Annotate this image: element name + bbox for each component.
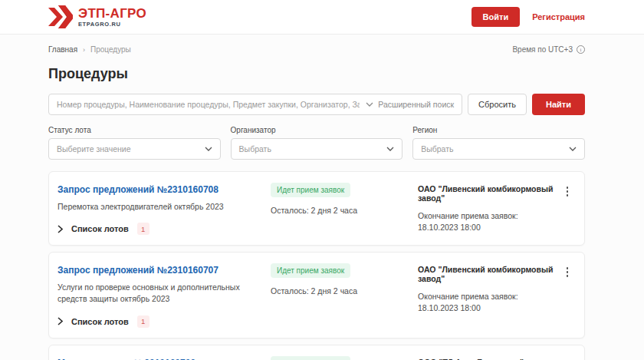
- chevron-down-icon: [386, 147, 394, 151]
- select-value: Выбрать: [239, 144, 271, 154]
- lots-label: Список лотов: [71, 224, 129, 233]
- time-left: Осталось: 2 дня 2 часа: [271, 206, 410, 215]
- filter-label: Статус лота: [48, 126, 221, 134]
- chevron-down-icon: [205, 147, 212, 151]
- top-header: ЭТП-АГРО ETPAGRO.RU Войти Регистрация: [0, 0, 644, 35]
- filter-organizer: Организатор Выбрать: [231, 126, 403, 160]
- filter-label: Регион: [412, 126, 585, 134]
- select-value: Выбрать: [421, 144, 453, 154]
- status-badge: Идет прием заявок: [271, 356, 350, 360]
- breadcrumb-separator: ›: [83, 46, 85, 54]
- procedures-list: Запрос предложений №2310160708 Перемотка…: [48, 171, 585, 360]
- organizer-select[interactable]: Выбрать: [231, 138, 403, 160]
- chevron-down-icon: [366, 102, 373, 107]
- deadline-label: Окончание приема заявок:: [418, 291, 554, 302]
- filter-label: Организатор: [231, 126, 403, 134]
- procedure-description: Услуги по проверке основных и дополнител…: [58, 282, 260, 305]
- search-box: Расширенный поиск: [48, 94, 462, 115]
- login-button[interactable]: Войти: [472, 7, 521, 27]
- filter-region: Регион Выбрать: [412, 126, 585, 160]
- logo-subtitle: ETPAGRO.RU: [78, 21, 146, 28]
- deadline-label: Окончание приема заявок:: [418, 210, 554, 222]
- procedure-card: Запрос предложений №2310160707 Услуги по…: [48, 252, 585, 338]
- procedure-description: Перемотка электродвигателей октябрь 2023: [58, 201, 260, 213]
- chevron-right-icon: [58, 317, 63, 325]
- lots-toggle[interactable]: Список лотов 1: [58, 223, 260, 235]
- double-chevron-logo-icon: [48, 5, 73, 28]
- logo-title: ЭТП-АГРО: [78, 7, 146, 20]
- procedure-title-link[interactable]: Запрос предложений №2310160707: [58, 265, 219, 276]
- deadline-value: 18.10.2023 18:00: [418, 302, 554, 314]
- procedure-title-link[interactable]: Запрос предложений №2310160708: [58, 184, 219, 195]
- procedure-title-link[interactable]: Мониторинг цен №2310160706: [58, 358, 196, 360]
- reset-button[interactable]: Сбросить: [468, 94, 527, 115]
- lots-label: Список лотов: [71, 317, 129, 326]
- region-select[interactable]: Выбрать: [412, 138, 585, 160]
- breadcrumb-row: Главная › Процедуры Время по UTC+3 i: [0, 45, 644, 54]
- page-title: Процедуры: [48, 66, 644, 82]
- time-left: Осталось: 2 дня 2 часа: [271, 286, 410, 296]
- procedure-card: Мониторинг цен №2310160706 Оборудование …: [48, 345, 585, 360]
- status-badge: Идет прием заявок: [271, 183, 350, 197]
- advanced-search-toggle[interactable]: Расширенный поиск: [366, 100, 454, 109]
- chevron-down-icon: [569, 147, 577, 151]
- lot-status-select[interactable]: Выберите значение: [48, 138, 221, 160]
- breadcrumb: Главная › Процедуры: [48, 45, 131, 54]
- lots-count-badge: 1: [137, 315, 150, 328]
- kebab-menu-button[interactable]: [560, 182, 575, 235]
- kebab-menu-button[interactable]: [560, 355, 575, 360]
- breadcrumb-home-link[interactable]: Главная: [48, 45, 77, 54]
- deadline-value: 18.10.2023 18:00: [418, 222, 554, 233]
- chevron-right-icon: [58, 225, 63, 233]
- procedure-card: Запрос предложений №2310160708 Перемотка…: [48, 171, 585, 246]
- organizer-name: ООО "ТД Агро-Белогорье": [418, 358, 554, 360]
- lots-count-badge: 1: [137, 223, 150, 235]
- search-row: Расширенный поиск Сбросить Найти: [48, 94, 585, 115]
- status-badge: Идет прием заявок: [271, 263, 350, 278]
- select-value: Выберите значение: [57, 144, 130, 154]
- search-input[interactable]: [57, 100, 360, 109]
- filters-row: Статус лота Выберите значение Организато…: [48, 126, 585, 160]
- find-button[interactable]: Найти: [532, 94, 585, 115]
- organizer-name: ОАО "Ливенский комбикормовый завод": [418, 184, 554, 203]
- site-logo[interactable]: ЭТП-АГРО ETPAGRO.RU: [48, 5, 146, 28]
- advanced-search-label: Расширенный поиск: [378, 100, 454, 109]
- lots-toggle[interactable]: Список лотов 1: [58, 315, 260, 328]
- timezone-note: Время по UTC+3 i: [512, 45, 585, 54]
- breadcrumb-current: Процедуры: [90, 45, 131, 54]
- organizer-name: ОАО "Ливенский комбикормовый завод": [418, 265, 554, 283]
- filter-lot-status: Статус лота Выберите значение: [48, 126, 221, 160]
- info-icon[interactable]: i: [577, 45, 585, 54]
- register-link[interactable]: Регистрация: [532, 12, 585, 21]
- timezone-label: Время по UTC+3: [512, 45, 573, 54]
- kebab-menu-button[interactable]: [560, 263, 575, 327]
